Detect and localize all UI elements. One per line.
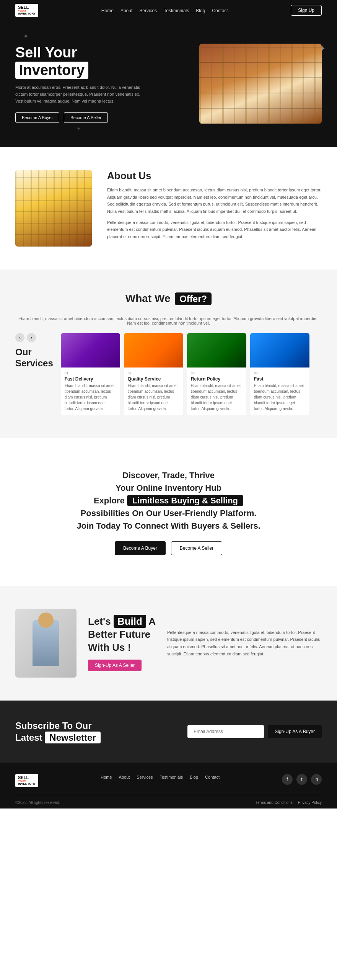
hero-buyer-button[interactable]: Become A Buyer [15, 112, 59, 123]
service-card-desc-1: Etiam blandit, massa sit amet tibendum a… [65, 383, 116, 412]
cta-line1: Discover, Trade, Thrive [122, 470, 215, 480]
cta-buyer-button[interactable]: Become A Buyer [115, 541, 166, 555]
hero-seller-button[interactable]: Become A Seller [64, 112, 108, 123]
cta-line5: Join Today To Connect With Buyers & Sell… [77, 521, 260, 531]
carousel-next[interactable]: › [27, 333, 36, 342]
hero-title-line1: Sell Your [15, 44, 77, 60]
nav-link-about[interactable]: About [120, 8, 132, 13]
service-card-body-4: 04 Fast Etiam blandit, massa sit amet ti… [250, 368, 309, 415]
star-decoration-1: ✦ [23, 32, 29, 41]
hero-description: Morbi at accumsan eros. Praesent ac blan… [15, 84, 145, 105]
service-card-desc-2: Etiam blandit, massa sit amet tibendum a… [128, 383, 179, 412]
newsletter-left: Subscribe To Our Latest Newsletter [15, 720, 101, 743]
services-section-label: OurServices [15, 347, 53, 369]
services-section: What We Offer? Etiam blandit, massa sit … [0, 270, 337, 438]
footer-logo: SELL YOUR INVENTORY [15, 774, 38, 787]
about-content: About Us Etiam blandit, massa sit amet b… [107, 170, 322, 244]
nav-link-home[interactable]: Home [101, 8, 114, 13]
hero-buttons: Become A Buyer Become A Seller [15, 112, 145, 123]
about-image-inner [15, 170, 92, 247]
footer-link-testimonials[interactable]: Testimonials [160, 775, 183, 779]
build-title-line2: A [148, 616, 156, 627]
nav-links: Home About Services Testimonials Blog Co… [101, 8, 228, 13]
nav-link-testimonials[interactable]: Testimonials [164, 8, 189, 13]
star-decoration-3: ✦ [77, 126, 81, 132]
service-card-3: 03 Return Policy Etiam blandit, massa si… [187, 333, 246, 415]
service-card-body-3: 03 Return Policy Etiam blandit, massa si… [187, 368, 246, 415]
social-instagram-icon[interactable]: in [311, 774, 322, 785]
newsletter-title: Subscribe To Our Latest Newsletter [15, 720, 101, 743]
newsletter-email-input[interactable] [187, 725, 264, 738]
about-paragraph-1: Etiam blandit, massa sit amet bibendum a… [107, 186, 322, 215]
cta-line3-highlight: Limitless Buying & Selling [127, 495, 243, 506]
footer-terms-link[interactable]: Terms and Conditions [256, 800, 293, 805]
footer-bottom: ©2023. All rights reserved. Terms and Co… [15, 795, 322, 805]
carousel-prev[interactable]: ‹ [15, 333, 24, 342]
service-card-desc-4: Etiam blandit, massa sit amet tibendum a… [254, 383, 306, 412]
hero-title-box: Inventory [15, 62, 88, 79]
nav-signup-button[interactable]: Sign Up [291, 5, 322, 16]
social-facebook-icon[interactable]: f [282, 774, 293, 785]
hero-right [145, 44, 322, 124]
services-cards: 01 Fast Delivery Etiam blandit, massa si… [61, 333, 322, 415]
cta-line3-before: Explore [94, 496, 125, 505]
build-badge: Build [114, 615, 146, 628]
hero-section: ✦ ✦ ✦ Sell Your Inventory Morbi at accum… [0, 21, 337, 147]
cta-seller-button[interactable]: Become A Seller [171, 541, 222, 555]
build-seller-button[interactable]: Sign-Up As A Seller [88, 660, 142, 671]
footer-link-about[interactable]: About [119, 775, 130, 779]
footer-link-home[interactable]: Home [101, 775, 112, 779]
newsletter-badge: Newsletter [45, 732, 100, 743]
service-card-title-1: Fast Delivery [65, 376, 116, 382]
service-card-title-2: Quality Service [128, 376, 179, 382]
footer-social: f t in [282, 774, 322, 785]
footer-link-blog[interactable]: Blog [190, 775, 198, 779]
cta-section: Discover, Trade, Thrive Your Online Inve… [0, 438, 337, 586]
social-twitter-icon[interactable]: t [296, 774, 307, 785]
footer: SELL YOUR INVENTORY Home About Services … [0, 763, 337, 808]
service-card-image-4 [250, 333, 309, 368]
about-paragraph-2: Pellentesque a massa commodo, venenatis … [107, 219, 322, 240]
navbar: SELL YOUR INVENTORY Home About Services … [0, 0, 337, 21]
hero-title: Sell Your Inventory [15, 45, 145, 79]
service-card-num-2: 02 [128, 371, 179, 375]
hero-image-inner [199, 44, 322, 124]
footer-copyright: ©2023. All rights reserved. [15, 800, 60, 805]
nav-link-blog[interactable]: Blog [196, 8, 205, 13]
service-card-body-1: 01 Fast Delivery Etiam blandit, massa si… [61, 368, 120, 415]
service-card-num-3: 03 [191, 371, 243, 375]
build-title: Let's Build A Better Future With Us ! [88, 615, 156, 654]
footer-logo-inventory: INVENTORY [18, 782, 36, 786]
logo-sell: SELL [18, 5, 36, 10]
cta-line4: Possibilities On Our User-Friendly Platf… [81, 508, 257, 518]
service-card-title-4: Fast [254, 376, 306, 382]
nav-link-services[interactable]: Services [139, 8, 157, 13]
build-image [15, 609, 77, 678]
services-header: What We Offer? [15, 292, 322, 305]
nav-link-contact[interactable]: Contact [212, 8, 228, 13]
about-section: About Us Etiam blandit, massa sit amet b… [0, 147, 337, 270]
footer-link-services[interactable]: Services [137, 775, 153, 779]
build-section: Let's Build A Better Future With Us ! Si… [0, 586, 337, 701]
cta-line2: Your Online Inventory Hub [116, 483, 221, 493]
build-title-line3: Better Future [88, 629, 150, 640]
logo-box: SELL YOUR INVENTORY [15, 4, 38, 17]
footer-logo-box: SELL YOUR INVENTORY [15, 774, 38, 787]
build-title-line1: Let's [88, 616, 111, 627]
footer-privacy-link[interactable]: Privacy Policy [298, 800, 322, 805]
service-card-4: 04 Fast Etiam blandit, massa sit amet ti… [250, 333, 309, 415]
footer-links: Home About Services Testimonials Blog Co… [101, 774, 220, 780]
service-card-image-2 [124, 333, 183, 368]
newsletter-form: Sign-Up As A Buyer [187, 725, 322, 738]
cta-buttons: Become A Buyer Become A Seller [15, 541, 322, 555]
services-title-offer: Offer? [175, 292, 212, 305]
newsletter-signup-button[interactable]: Sign-Up As A Buyer [268, 725, 322, 738]
service-card-desc-3: Etiam blandit, massa sit amet tibendum a… [191, 383, 243, 412]
services-label: ‹ › OurServices [15, 333, 53, 369]
about-title: About Us [107, 170, 322, 182]
footer-logo-sell: SELL [18, 776, 36, 780]
footer-link-contact[interactable]: Contact [205, 775, 220, 779]
cta-title: Discover, Trade, Thrive Your Online Inve… [15, 469, 322, 532]
services-content: ‹ › OurServices 01 Fast Delivery Etiam b… [15, 333, 322, 415]
hero-image [199, 44, 322, 124]
